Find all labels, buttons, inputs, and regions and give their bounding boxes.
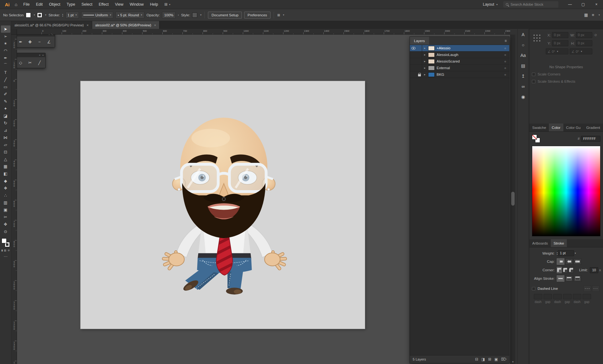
chevron-down-icon[interactable]: ▾ xyxy=(45,14,46,16)
brush-definition-select[interactable]: • 5 pt. Round ▾ xyxy=(115,12,144,19)
fill-swatch[interactable] xyxy=(2,238,7,243)
magic-wand-tool[interactable]: ✶ xyxy=(1,40,10,47)
collapse-icon[interactable]: « xyxy=(39,54,40,57)
minimize-button[interactable]: — xyxy=(563,0,577,9)
layer-row[interactable]: ▸ AlessioScared ○ xyxy=(410,58,509,65)
menu-item[interactable]: View xyxy=(112,0,126,9)
anchor-point-tool[interactable]: ∠ xyxy=(45,38,53,46)
panel-menu-icon[interactable]: ≡ xyxy=(502,39,509,43)
document-tab[interactable]: alessio02.ai* @ 50% (RGB/Preview) × xyxy=(92,21,160,29)
gradient-tool[interactable]: ◧ xyxy=(1,170,10,177)
layer-target-icon[interactable]: ○ xyxy=(501,53,509,57)
preferences-button[interactable]: Preferences xyxy=(244,12,271,19)
color-themes-panel-icon[interactable]: ◉ xyxy=(519,92,528,101)
character-panel-icon[interactable]: A xyxy=(519,30,528,39)
artboard[interactable] xyxy=(81,81,365,329)
graphic-styles-panel-icon[interactable]: ▤ xyxy=(519,61,528,70)
links-panel-icon[interactable]: ∞ xyxy=(519,82,528,91)
align-dash-button[interactable] xyxy=(592,285,600,292)
knife-tool[interactable]: ╱ xyxy=(35,58,44,67)
layer-expand-icon[interactable]: ▸ xyxy=(422,66,427,69)
shaper-tool[interactable]: ✦ xyxy=(1,105,10,112)
layer-thumbnail[interactable] xyxy=(428,52,435,57)
direct-selection-tool[interactable]: ➢ xyxy=(1,33,10,40)
layers-panel-tab[interactable]: Layers xyxy=(410,37,429,45)
layer-row[interactable]: ▸ External ○ xyxy=(410,65,509,71)
dash-value-field[interactable] xyxy=(563,294,572,299)
layer-visibility-toggle[interactable] xyxy=(410,52,417,58)
stock-search-input[interactable]: Search Adobe Stock xyxy=(503,1,558,8)
artboard-tool[interactable]: ▣ xyxy=(1,206,10,213)
scale-strokes-checkbox[interactable] xyxy=(532,80,535,83)
gradient-mode-icon[interactable]: ▥ xyxy=(4,249,7,252)
dash-value-field[interactable] xyxy=(534,294,542,299)
rotate-angle-select[interactable]: ∠ 0° ▾ xyxy=(546,48,568,54)
fill-stroke-indicator[interactable] xyxy=(532,135,540,143)
close-button[interactable]: × xyxy=(590,0,603,9)
chevron-down-icon[interactable]: ▾ xyxy=(283,14,284,16)
workspace-switcher[interactable]: Layout ▾ xyxy=(483,2,498,7)
align-outside-button[interactable] xyxy=(574,275,581,282)
mesh-tool[interactable]: ▦ xyxy=(1,163,10,170)
eraser-tool[interactable]: ◪ xyxy=(1,112,10,119)
opacity-field[interactable]: 100% xyxy=(162,12,176,19)
panel-tab[interactable]: Artboards xyxy=(529,239,551,247)
layer-row[interactable]: ▸ BKG ○ xyxy=(410,71,509,78)
delete-anchor-point-tool[interactable]: − xyxy=(35,38,44,46)
miter-join-button[interactable] xyxy=(557,267,562,273)
line-segment-tool[interactable]: ╱ xyxy=(1,76,10,83)
width-tool[interactable]: ⋈ xyxy=(1,134,10,141)
layer-row[interactable]: ▸ AlessioLaugh ○ xyxy=(410,52,509,58)
blend-tool[interactable]: ❖ xyxy=(1,185,10,192)
layer-expand-icon[interactable]: ▸ xyxy=(422,73,427,76)
dash-value-field[interactable] xyxy=(583,294,591,299)
preserve-dash-button[interactable] xyxy=(583,285,591,292)
curvature-tool[interactable]: ⌒ xyxy=(1,62,10,69)
pen-tool[interactable]: ✒ xyxy=(16,38,25,46)
dash-value-field[interactable] xyxy=(553,294,562,299)
scale-corners-checkbox[interactable] xyxy=(532,73,535,76)
scissors-tool[interactable]: ✂ xyxy=(26,58,34,67)
pen-tool[interactable]: ✒ xyxy=(1,54,10,62)
layer-thumbnail[interactable] xyxy=(428,66,435,70)
color-mode-icon[interactable]: ▮ xyxy=(1,249,3,252)
zoom-tool[interactable]: ⊙ xyxy=(1,228,10,235)
perspective-grid-tool[interactable]: △ xyxy=(1,156,10,163)
menu-item[interactable]: File xyxy=(20,0,33,9)
align-center-button[interactable] xyxy=(557,275,564,282)
layer-target-icon[interactable]: ○ xyxy=(501,60,509,63)
layer-lock-toggle[interactable] xyxy=(417,58,422,64)
layer-thumbnail[interactable] xyxy=(428,46,435,51)
hand-tool[interactable]: ✥ xyxy=(1,221,10,228)
delete-layer-icon[interactable]: ⌦ xyxy=(501,357,506,361)
chevron-down-icon[interactable]: ▾ xyxy=(575,252,576,255)
dash-value-field[interactable] xyxy=(573,294,581,299)
stroke-color-swatch[interactable] xyxy=(37,13,42,18)
home-icon[interactable]: ⌂ xyxy=(12,2,20,7)
character-artwork[interactable] xyxy=(153,113,296,302)
fill-color-swatch[interactable] xyxy=(26,13,31,18)
document-setup-button[interactable]: Document Setup xyxy=(208,12,242,19)
ruler-top[interactable]: 0100200300400500600700800900100011001200… xyxy=(11,29,510,35)
round-join-button[interactable] xyxy=(563,267,568,273)
paintbrush-tool[interactable]: ✐ xyxy=(1,91,10,98)
edit-toolbar-icon[interactable]: ⋯ xyxy=(4,254,8,259)
none-mode-icon[interactable]: ⊘ xyxy=(8,249,10,252)
align-options-icon[interactable]: ▦ xyxy=(277,13,280,17)
tab-close-icon[interactable]: × xyxy=(87,23,88,27)
layer-visibility-toggle[interactable] xyxy=(410,65,417,71)
shape-builder-tool[interactable]: ⊡ xyxy=(1,148,10,156)
collect-for-export-icon[interactable]: ⊟ xyxy=(475,357,478,361)
arrange-documents-icon[interactable]: ⊞ ▾ xyxy=(165,2,170,7)
ruler-left[interactable]: -200-10001002003004005006007008009001000… xyxy=(11,35,17,364)
rotate-tool[interactable]: ↻ xyxy=(1,119,10,127)
eraser-tool[interactable]: ◇ xyxy=(16,58,25,67)
dashed-line-checkbox[interactable] xyxy=(532,287,535,290)
bevel-join-button[interactable] xyxy=(569,267,574,273)
menu-item[interactable]: Window xyxy=(126,0,147,9)
panel-tab[interactable]: Gradient xyxy=(583,124,603,131)
layer-target-icon[interactable]: ○ xyxy=(501,47,509,50)
new-layer-icon[interactable]: ▣ xyxy=(494,357,498,361)
layer-lock-toggle[interactable] xyxy=(417,71,422,78)
lasso-tool[interactable]: ◠ xyxy=(1,47,10,54)
